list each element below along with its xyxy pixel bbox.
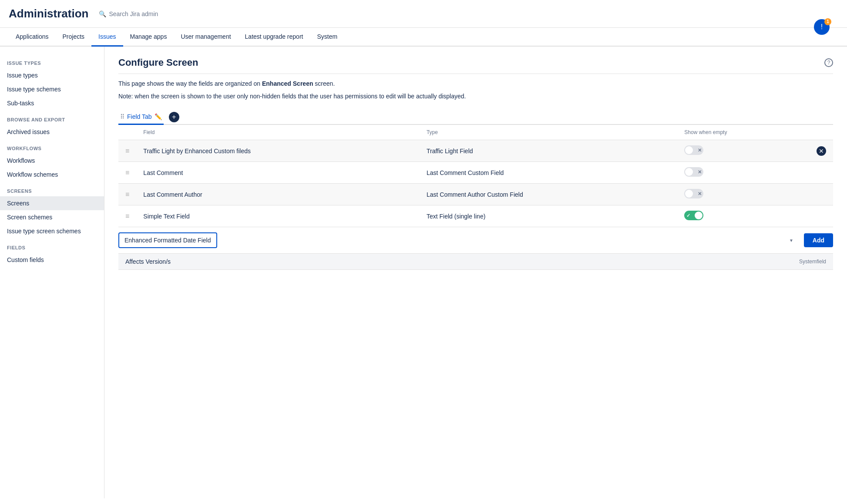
table-header-row: Field Type Show when empty bbox=[118, 125, 833, 140]
remove-cell bbox=[810, 162, 833, 184]
main-content: Configure Screen ? This page shows the w… bbox=[104, 47, 847, 498]
add-field-row: Enhanced Formatted Date Field Affects Ve… bbox=[118, 227, 833, 254]
table-row: ≡ Last Comment Author Last Comment Autho… bbox=[118, 184, 833, 205]
toggle-off-2[interactable]: ✕ bbox=[684, 189, 703, 198]
add-tab-button[interactable]: + bbox=[169, 112, 179, 122]
search-bar[interactable]: 🔍 Search Jira admin bbox=[99, 10, 158, 17]
search-icon: 🔍 bbox=[99, 10, 106, 17]
field-name-cell: Last Comment Author bbox=[136, 184, 420, 205]
toggle-on-3[interactable]: ✓ bbox=[684, 211, 703, 220]
table-row: ≡ Simple Text Field Text Field (single l… bbox=[118, 205, 833, 227]
sidebar-item-issue-types[interactable]: Issue types bbox=[0, 68, 104, 82]
drag-icon: ⠿ bbox=[120, 113, 124, 120]
nav-item-applications[interactable]: Applications bbox=[9, 28, 56, 47]
remove-cell bbox=[810, 205, 833, 227]
sidebar-item-issue-type-screen-schemes[interactable]: Issue type screen schemes bbox=[0, 224, 104, 238]
nav-item-issues[interactable]: Issues bbox=[91, 28, 123, 47]
drag-handle-icon: ≡ bbox=[125, 169, 129, 177]
toggle-check-icon: ✓ bbox=[686, 213, 690, 218]
sidebar-section-workflows: WORKFLOWS bbox=[0, 139, 104, 154]
sidebar-item-workflows[interactable]: Workflows bbox=[0, 154, 104, 168]
help-icon[interactable]: ? bbox=[824, 58, 833, 67]
toggle-knob bbox=[685, 190, 693, 198]
th-field: Field bbox=[136, 125, 420, 140]
toggle-knob bbox=[685, 168, 693, 176]
field-tab[interactable]: ⠿ Field Tab ✏️ bbox=[118, 110, 164, 125]
page-title: Administration bbox=[9, 7, 88, 20]
sidebar-item-workflow-schemes[interactable]: Workflow schemes bbox=[0, 168, 104, 181]
description-text: This page shows the way the fields are o… bbox=[118, 79, 833, 88]
sidebar-item-custom-fields[interactable]: Custom fields bbox=[0, 253, 104, 267]
sidebar-item-screens[interactable]: Screens bbox=[0, 196, 104, 210]
title-divider bbox=[118, 74, 833, 74]
th-type: Type bbox=[420, 125, 677, 140]
toggle-x-icon: ✕ bbox=[698, 169, 702, 175]
sidebar-section-browse: BROWSE AND EXPORT bbox=[0, 110, 104, 125]
drag-handle-icon: ≡ bbox=[125, 191, 129, 198]
sidebar-item-issue-type-schemes[interactable]: Issue type schemes bbox=[0, 82, 104, 96]
header: Administration 🔍 Search Jira admin ! 1 bbox=[0, 0, 847, 28]
nav-item-user-management[interactable]: User management bbox=[174, 28, 238, 47]
system-field-badge: Systemfield bbox=[799, 259, 826, 265]
search-placeholder: Search Jira admin bbox=[109, 10, 158, 17]
field-select[interactable]: Enhanced Formatted Date Field Affects Ve… bbox=[118, 232, 217, 248]
field-type-cell: Last Comment Custom Field bbox=[420, 162, 677, 184]
field-type-cell: Traffic Light Field bbox=[420, 140, 677, 162]
tabs-row: ⠿ Field Tab ✏️ + bbox=[118, 110, 833, 125]
field-type-cell: Text Field (single line) bbox=[420, 205, 677, 227]
configure-screen-title: Configure Screen bbox=[118, 57, 198, 68]
toggle-cell: ✓ bbox=[677, 205, 810, 227]
dropdown-option-text: Affects Version/s bbox=[125, 258, 171, 265]
edit-tab-icon[interactable]: ✏️ bbox=[155, 113, 162, 120]
sidebar-section-issue-types: ISSUE TYPES bbox=[0, 54, 104, 68]
drag-handle-icon: ≡ bbox=[125, 147, 129, 155]
toggle-knob bbox=[685, 146, 693, 154]
sidebar: ISSUE TYPES Issue types Issue type schem… bbox=[0, 47, 104, 498]
table-row: ≡ Last Comment Last Comment Custom Field… bbox=[118, 162, 833, 184]
note-text: Note: when the screen is shown to the us… bbox=[118, 92, 833, 101]
sidebar-item-sub-tasks[interactable]: Sub-tasks bbox=[0, 96, 104, 110]
field-select-wrapper: Enhanced Formatted Date Field Affects Ve… bbox=[118, 232, 799, 248]
toggle-off-1[interactable]: ✕ bbox=[684, 167, 703, 177]
field-name-cell: Last Comment bbox=[136, 162, 420, 184]
page-title-row: Configure Screen ? bbox=[118, 57, 833, 68]
toggle-cell: ✕ bbox=[677, 184, 810, 205]
toggle-cell: ✕ bbox=[677, 162, 810, 184]
toggle-cell: ✕ bbox=[677, 140, 810, 162]
th-drag bbox=[118, 125, 136, 140]
description-part2: screen. bbox=[313, 80, 335, 87]
top-nav: Applications Projects Issues Manage apps… bbox=[0, 28, 847, 47]
notification-badge: 1 bbox=[824, 18, 831, 25]
description-bold: Enhanced Screen bbox=[262, 80, 313, 87]
nav-item-manage-apps[interactable]: Manage apps bbox=[123, 28, 174, 47]
field-name-cell: Simple Text Field bbox=[136, 205, 420, 227]
drag-handle-icon: ≡ bbox=[125, 212, 129, 220]
th-remove bbox=[810, 125, 833, 140]
description-part1: This page shows the way the fields are o… bbox=[118, 80, 262, 87]
field-name-cell: Traffic Light by Enhanced Custom fileds bbox=[136, 140, 420, 162]
sidebar-item-archived-issues[interactable]: Archived issues bbox=[0, 125, 104, 139]
field-type-cell: Last Comment Author Custom Field bbox=[420, 184, 677, 205]
nav-item-projects[interactable]: Projects bbox=[56, 28, 92, 47]
add-field-button[interactable]: Add bbox=[804, 233, 833, 247]
toggle-x-icon: ✕ bbox=[698, 148, 702, 153]
dropdown-option-row: Affects Version/s Systemfield bbox=[118, 254, 833, 270]
drag-handle-cell: ≡ bbox=[118, 184, 136, 205]
sidebar-section-screens: SCREENS bbox=[0, 181, 104, 196]
toggle-x-icon: ✕ bbox=[698, 191, 702, 197]
drag-handle-cell: ≡ bbox=[118, 140, 136, 162]
remove-cell bbox=[810, 184, 833, 205]
sidebar-item-screen-schemes[interactable]: Screen schemes bbox=[0, 210, 104, 224]
remove-button-0[interactable]: ✕ bbox=[817, 146, 826, 156]
toggle-knob bbox=[695, 212, 702, 219]
tab-label: Field Tab bbox=[127, 113, 152, 120]
nav-item-latest-upgrade[interactable]: Latest upgrade report bbox=[238, 28, 310, 47]
layout: ISSUE TYPES Issue types Issue type schem… bbox=[0, 47, 847, 498]
toggle-off-0[interactable]: ✕ bbox=[684, 145, 703, 155]
remove-cell: ✕ bbox=[810, 140, 833, 162]
notification-icon: ! bbox=[821, 23, 823, 31]
sidebar-section-fields: FIELDS bbox=[0, 238, 104, 253]
drag-handle-cell: ≡ bbox=[118, 205, 136, 227]
nav-item-system[interactable]: System bbox=[310, 28, 344, 47]
th-show-when-empty: Show when empty bbox=[677, 125, 810, 140]
